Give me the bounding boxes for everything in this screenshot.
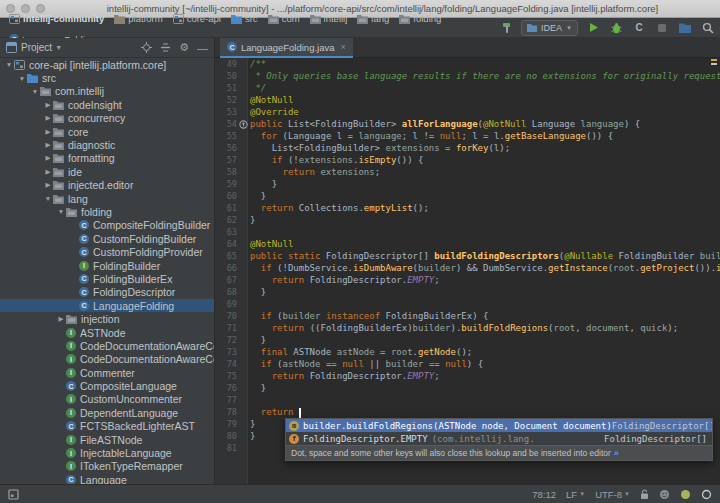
tree-item-fctsbackedlighterast[interactable]: CFCTSBackedLighterAST xyxy=(0,420,214,433)
completion-item[interactable]: fFoldingDescriptor.EMPTY(com.intellij.la… xyxy=(286,432,712,445)
chevron-right-icon[interactable]: ▶ xyxy=(43,168,53,176)
run-configuration-select[interactable]: IDEA ▼ xyxy=(521,20,578,36)
project-toolwindow-header[interactable]: Project ▼ ⚙ — xyxy=(0,38,215,58)
tree-item-foldingdescriptor[interactable]: CFoldingDescriptor xyxy=(0,286,214,299)
code-text: } xyxy=(248,334,720,346)
search-everywhere-icon[interactable] xyxy=(700,20,716,36)
chevron-right-icon[interactable]: ▶ xyxy=(43,154,53,162)
memory-indicator-icon[interactable] xyxy=(680,489,691,500)
tree-item-injection[interactable]: ▶injection xyxy=(0,312,214,325)
breadcrumb-label: intellij-community xyxy=(23,13,104,24)
tree-item-com-intellij[interactable]: ▼com.intellij xyxy=(0,85,214,98)
tree-item-language[interactable]: CLanguage xyxy=(0,473,214,484)
overriding-method-gutter-icon[interactable] xyxy=(239,118,248,130)
tree-item-injected-editor[interactable]: ▶injected.editor xyxy=(0,179,214,192)
tree-item-itokentyperemapper[interactable]: IITokenTypeRemapper xyxy=(0,460,214,473)
tree-item-compositefoldingbuilder[interactable]: CCompositeFoldingBuilder xyxy=(0,219,214,232)
chevron-down-icon[interactable]: ▼ xyxy=(30,88,40,95)
build-hammer-icon[interactable] xyxy=(498,20,514,36)
tree-item-commenter[interactable]: ICommenter xyxy=(0,366,214,379)
tree-item-foldingbuilder[interactable]: IFoldingBuilder xyxy=(0,259,214,272)
breadcrumb-item-intellij[interactable]: intellij xyxy=(310,13,348,24)
info-stripe-mark[interactable] xyxy=(711,63,717,65)
line-number: 50 xyxy=(215,70,239,82)
code-line-73: 73 final ASTNode astNode = root.getNode(… xyxy=(215,346,720,358)
settings-gear-icon[interactable]: ⚙ xyxy=(179,41,189,54)
chevron-right-icon[interactable]: ▶ xyxy=(43,181,53,189)
chevron-down-icon[interactable]: ▼ xyxy=(56,208,66,215)
chevron-right-icon[interactable]: ▶ xyxy=(43,128,53,136)
breadcrumb-item-lang[interactable]: lang xyxy=(357,13,389,24)
project-view-dropdown-icon[interactable]: ▼ xyxy=(55,44,62,51)
tree-item-customfoldingbuilder[interactable]: CCustomFoldingBuilder xyxy=(0,232,214,245)
readonly-lock-icon[interactable] xyxy=(640,489,649,500)
code-text: @NotNull xyxy=(248,238,720,250)
chevron-right-icon[interactable]: ▶ xyxy=(43,101,53,109)
notifications-icon[interactable] xyxy=(701,489,712,500)
locate-file-icon[interactable] xyxy=(141,42,152,53)
breadcrumb-item-com[interactable]: com xyxy=(268,13,300,24)
encoding-widget[interactable]: UTF-8▼ xyxy=(595,489,630,500)
chevron-right-icon[interactable]: ▶ xyxy=(43,114,53,122)
breadcrumb-item-folding[interactable]: folding xyxy=(399,13,441,24)
caret-position-widget[interactable]: 78:12 xyxy=(532,489,556,500)
tab-close-icon[interactable]: × xyxy=(341,42,346,52)
find-action-icon[interactable] xyxy=(677,20,693,36)
tree-item-dependentlanguage[interactable]: IDependentLanguage xyxy=(0,406,214,419)
tree-item-codeinsight[interactable]: ▶codeInsight xyxy=(0,98,214,111)
hide-panel-icon[interactable]: — xyxy=(197,42,208,54)
chevron-right-icon[interactable]: ▶ xyxy=(56,315,66,323)
breadcrumb-item-intellij-community[interactable]: intellij-community xyxy=(9,13,104,24)
completion-hint-more-icon[interactable]: » xyxy=(614,448,619,458)
tree-item-concurrency[interactable]: ▶concurrency xyxy=(0,112,214,125)
tree-item-ide[interactable]: ▶ide xyxy=(0,165,214,178)
breadcrumb-item-core-api[interactable]: core-api xyxy=(173,13,221,24)
run-button[interactable] xyxy=(585,20,601,36)
tree-item-languagefolding[interactable]: CLanguageFolding xyxy=(0,299,214,312)
tree-item-core-api-intellij-platform-core-[interactable]: ▼core-api [intellij.platform.core] xyxy=(0,58,214,71)
tree-item-codedocumentationawareco[interactable]: ICodeDocumentationAwareCo xyxy=(0,353,214,366)
tree-item-label: lang xyxy=(68,193,88,205)
chevron-down-icon[interactable]: ▼ xyxy=(17,75,27,82)
highlighting-level-icon[interactable] xyxy=(659,489,670,500)
code-editor[interactable]: 49/**50 * Only queries base language res… xyxy=(215,58,720,484)
chevron-down-icon[interactable]: ▼ xyxy=(4,61,14,68)
tree-item-injectablelanguage[interactable]: IInjectableLanguage xyxy=(0,446,214,459)
line-number: 62 xyxy=(215,214,239,226)
tree-item-fileastnode[interactable]: IFileASTNode xyxy=(0,433,214,446)
line-number: 67 xyxy=(215,274,239,286)
package-icon xyxy=(53,194,64,204)
project-tree-panel: ▼core-api [intellij.platform.core]▼src▼c… xyxy=(0,58,215,484)
chevron-down-icon[interactable]: ▼ xyxy=(43,195,53,202)
subheader-row: Project ▼ ⚙ — C LanguageFolding.java × xyxy=(0,38,720,58)
collapse-all-icon[interactable] xyxy=(160,42,171,53)
tree-item-folding[interactable]: ▼folding xyxy=(0,205,214,218)
tree-item-core[interactable]: ▶core xyxy=(0,125,214,138)
warning-stripe-mark[interactable] xyxy=(711,59,717,61)
run-with-coverage-button[interactable]: C xyxy=(631,20,647,36)
tree-item-foldingbuilderex[interactable]: CFoldingBuilderEx xyxy=(0,272,214,285)
chevron-right-icon[interactable]: ▶ xyxy=(43,141,53,149)
class-icon: C xyxy=(79,274,89,284)
code-line-72: 72 } xyxy=(215,334,720,346)
class-icon: C xyxy=(227,42,237,52)
code-line-69: 69 xyxy=(215,298,720,310)
debug-button[interactable] xyxy=(608,20,624,36)
tree-item-codedocumentationawareco[interactable]: ICodeDocumentationAwareCo xyxy=(0,339,214,352)
tree-item-label: FoldingBuilderEx xyxy=(93,273,172,285)
tree-item-lang[interactable]: ▼lang xyxy=(0,192,214,205)
tree-item-diagnostic[interactable]: ▶diagnostic xyxy=(0,138,214,151)
tree-item-astnode[interactable]: IASTNode xyxy=(0,326,214,339)
toolwindow-switcher-icon[interactable] xyxy=(8,489,19,500)
tree-item-customfoldingprovider[interactable]: CCustomFoldingProvider xyxy=(0,245,214,258)
tab-languagefolding-java[interactable]: C LanguageFolding.java × xyxy=(220,38,353,58)
tree-item-compositelanguage[interactable]: CCompositeLanguage xyxy=(0,379,214,392)
line-separator-widget[interactable]: LF▼ xyxy=(566,489,585,500)
tree-item-customuncommenter[interactable]: ICustomUncommenter xyxy=(0,393,214,406)
tree-item-src[interactable]: ▼src xyxy=(0,71,214,84)
breadcrumb-item-platform[interactable]: platform xyxy=(114,13,162,24)
breadcrumb-item-src[interactable]: src xyxy=(231,13,258,24)
completion-item[interactable]: mbuilder.buildFoldRegions(ASTNode node, … xyxy=(286,419,712,432)
tree-item-label: core xyxy=(68,126,88,138)
tree-item-formatting[interactable]: ▶formatting xyxy=(0,152,214,165)
